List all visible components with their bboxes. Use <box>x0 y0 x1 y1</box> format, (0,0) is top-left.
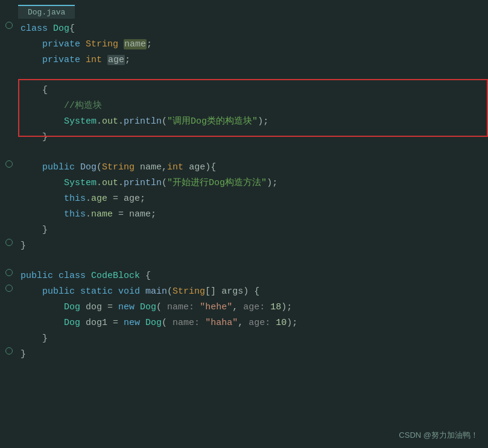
code-line: this.age = age; <box>18 192 488 206</box>
code-line: System.out.println("开始进行Dog构造方法"); <box>18 176 488 191</box>
code-line: } <box>18 223 488 238</box>
fold-icon[interactable] <box>5 22 13 29</box>
table-row: Dog dog = new Dog( name: "hehe", age: 18… <box>0 300 488 315</box>
gutter-fold-3[interactable] <box>0 239 18 246</box>
table-row: } <box>0 130 488 145</box>
table-row: { <box>0 83 488 98</box>
code-line <box>18 254 488 269</box>
table-row: this.name = name; <box>0 207 488 222</box>
code-line: public Dog(String name,int age){ <box>18 160 488 175</box>
table-row <box>0 254 488 268</box>
table-row <box>0 68 488 83</box>
gutter-fold-5[interactable] <box>0 285 18 292</box>
table-row: public class CodeBlock { <box>0 268 488 284</box>
tab-dog[interactable]: Dog.java <box>18 5 75 19</box>
code-line: } <box>18 347 488 362</box>
table-row: Dog dog1 = new Dog( name: "haha", age: 1… <box>0 315 488 331</box>
fold-icon[interactable] <box>5 239 13 246</box>
gutter-fold-4[interactable] <box>0 269 18 276</box>
gutter-fold[interactable] <box>0 22 18 29</box>
fold-icon[interactable] <box>5 269 13 276</box>
fold-icon[interactable] <box>5 160 13 168</box>
code-line: System.out.println("调用Dog类的构造块"); <box>18 115 488 129</box>
table-row: } <box>0 331 488 347</box>
code-line: public class CodeBlock { <box>18 269 488 283</box>
table-row: private int age; <box>0 52 488 68</box>
code-area: class Dog{ private String name; private … <box>0 21 488 362</box>
code-line: } <box>18 332 488 346</box>
gutter-fold-6[interactable] <box>0 347 18 355</box>
code-line: { <box>18 83 488 98</box>
table-row: public Dog(String name,int age){ <box>0 160 488 175</box>
fold-icon[interactable] <box>5 347 13 355</box>
table-row: System.out.println("开始进行Dog构造方法"); <box>0 175 488 191</box>
table-row <box>0 145 488 160</box>
code-line: Dog dog1 = new Dog( name: "haha", age: 1… <box>18 316 488 330</box>
table-row: public static void main(String[] args) { <box>0 284 488 300</box>
tab-bar: Dog.java <box>0 5 488 19</box>
code-line: private int age; <box>18 53 488 68</box>
code-line <box>18 69 488 83</box>
table-row: } <box>0 222 488 238</box>
table-row: //构造块 <box>0 98 488 114</box>
code-line: private String name; <box>18 37 488 52</box>
editor: Dog.java class Dog{ private String name;… <box>0 0 488 448</box>
code-line <box>18 146 488 160</box>
table-row: class Dog{ <box>0 21 488 37</box>
code-line: this.name = name; <box>18 207 488 222</box>
fold-icon[interactable] <box>5 285 13 292</box>
watermark: CSDN @努力加油鸭！ <box>399 430 478 441</box>
code-line: public static void main(String[] args) { <box>18 285 488 299</box>
gutter-fold-2[interactable] <box>0 160 18 168</box>
code-line: Dog dog = new Dog( name: "hehe", age: 18… <box>18 300 488 315</box>
table-row: private String name; <box>0 37 488 52</box>
code-line: //构造块 <box>18 99 488 113</box>
table-row: } <box>0 347 488 362</box>
code-line: class Dog{ <box>18 22 488 36</box>
table-row: System.out.println("调用Dog类的构造块"); <box>0 114 488 130</box>
table-row: } <box>0 238 488 254</box>
code-line: } <box>18 130 488 145</box>
code-line: } <box>18 239 488 253</box>
table-row: this.age = age; <box>0 191 488 207</box>
